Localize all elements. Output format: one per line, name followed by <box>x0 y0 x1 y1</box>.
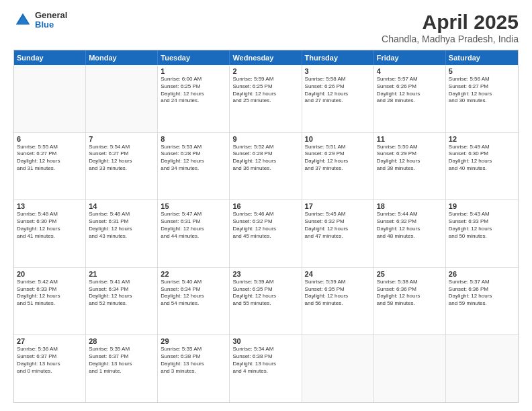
calendar-cell: 12Sunrise: 5:49 AM Sunset: 6:30 PM Dayli… <box>446 133 518 200</box>
calendar-cell: 8Sunrise: 5:53 AM Sunset: 6:28 PM Daylig… <box>158 133 230 200</box>
day-info: Sunrise: 6:00 AM Sunset: 6:25 PM Dayligh… <box>161 76 226 105</box>
calendar-cell: 3Sunrise: 5:58 AM Sunset: 6:26 PM Daylig… <box>302 65 374 132</box>
day-number: 16 <box>232 202 298 210</box>
calendar-cell: 19Sunrise: 5:43 AM Sunset: 6:33 PM Dayli… <box>446 200 518 267</box>
calendar-cell: 6Sunrise: 5:55 AM Sunset: 6:27 PM Daylig… <box>14 133 86 200</box>
calendar-row-3: 20Sunrise: 5:42 AM Sunset: 6:33 PM Dayli… <box>14 268 518 336</box>
day-info: Sunrise: 5:59 AM Sunset: 6:25 PM Dayligh… <box>232 76 298 105</box>
calendar-cell: 18Sunrise: 5:44 AM Sunset: 6:32 PM Dayli… <box>374 200 446 267</box>
calendar-cell: 10Sunrise: 5:51 AM Sunset: 6:29 PM Dayli… <box>302 133 374 200</box>
day-number: 4 <box>377 67 443 75</box>
day-info: Sunrise: 5:56 AM Sunset: 6:27 PM Dayligh… <box>449 76 515 105</box>
day-number: 2 <box>232 67 298 75</box>
day-number: 30 <box>232 337 298 345</box>
logo-line2: Blue <box>35 20 67 30</box>
day-info: Sunrise: 5:49 AM Sunset: 6:30 PM Dayligh… <box>449 144 515 173</box>
day-info: Sunrise: 5:39 AM Sunset: 6:35 PM Dayligh… <box>305 279 371 308</box>
calendar-header: SundayMondayTuesdayWednesdayThursdayFrid… <box>14 50 518 65</box>
day-info: Sunrise: 5:35 AM Sunset: 6:37 PM Dayligh… <box>89 346 154 375</box>
calendar-cell: 21Sunrise: 5:41 AM Sunset: 6:34 PM Dayli… <box>86 268 158 335</box>
header: General Blue April 2025 Chandla, Madhya … <box>13 11 519 44</box>
day-info: Sunrise: 5:35 AM Sunset: 6:38 PM Dayligh… <box>161 346 226 375</box>
day-number: 25 <box>377 270 443 278</box>
day-number: 26 <box>449 270 515 278</box>
day-number: 21 <box>89 270 154 278</box>
day-number: 12 <box>449 135 515 143</box>
day-info: Sunrise: 5:36 AM Sunset: 6:37 PM Dayligh… <box>17 346 83 375</box>
calendar-cell <box>446 335 518 402</box>
day-number: 28 <box>89 337 154 345</box>
calendar-cell: 15Sunrise: 5:47 AM Sunset: 6:31 PM Dayli… <box>158 200 230 267</box>
day-number: 1 <box>161 67 226 75</box>
calendar-cell: 30Sunrise: 5:34 AM Sunset: 6:38 PM Dayli… <box>230 335 302 402</box>
day-number: 13 <box>17 202 83 210</box>
day-info: Sunrise: 5:58 AM Sunset: 6:26 PM Dayligh… <box>305 76 371 105</box>
day-number: 19 <box>449 202 515 210</box>
day-number: 23 <box>232 270 298 278</box>
calendar-row-2: 13Sunrise: 5:48 AM Sunset: 6:30 PM Dayli… <box>14 200 518 268</box>
logo: General Blue <box>13 11 67 30</box>
day-info: Sunrise: 5:57 AM Sunset: 6:26 PM Dayligh… <box>377 76 443 105</box>
calendar-cell: 28Sunrise: 5:35 AM Sunset: 6:37 PM Dayli… <box>86 335 158 402</box>
day-number: 5 <box>449 67 515 75</box>
day-info: Sunrise: 5:38 AM Sunset: 6:36 PM Dayligh… <box>377 279 443 308</box>
day-info: Sunrise: 5:51 AM Sunset: 6:29 PM Dayligh… <box>305 144 371 173</box>
header-day-saturday: Saturday <box>446 50 518 65</box>
calendar-cell: 20Sunrise: 5:42 AM Sunset: 6:33 PM Dayli… <box>14 268 86 335</box>
header-day-tuesday: Tuesday <box>158 50 230 65</box>
day-info: Sunrise: 5:47 AM Sunset: 6:31 PM Dayligh… <box>161 211 226 240</box>
calendar-cell: 22Sunrise: 5:40 AM Sunset: 6:34 PM Dayli… <box>158 268 230 335</box>
calendar-cell <box>14 65 86 132</box>
day-number: 11 <box>377 135 443 143</box>
subtitle: Chandla, Madhya Pradesh, India <box>382 34 519 44</box>
calendar-body: 1Sunrise: 6:00 AM Sunset: 6:25 PM Daylig… <box>14 65 518 402</box>
day-number: 14 <box>89 202 154 210</box>
day-number: 8 <box>161 135 226 143</box>
header-day-monday: Monday <box>86 50 158 65</box>
calendar: SundayMondayTuesdayWednesdayThursdayFrid… <box>13 50 519 403</box>
calendar-cell <box>86 65 158 132</box>
calendar-cell: 14Sunrise: 5:48 AM Sunset: 6:31 PM Dayli… <box>86 200 158 267</box>
day-info: Sunrise: 5:34 AM Sunset: 6:38 PM Dayligh… <box>232 346 298 375</box>
main-title: April 2025 <box>382 11 519 34</box>
day-info: Sunrise: 5:43 AM Sunset: 6:33 PM Dayligh… <box>449 211 515 240</box>
day-info: Sunrise: 5:44 AM Sunset: 6:32 PM Dayligh… <box>377 211 443 240</box>
calendar-cell: 1Sunrise: 6:00 AM Sunset: 6:25 PM Daylig… <box>158 65 230 132</box>
day-number: 29 <box>161 337 226 345</box>
day-info: Sunrise: 5:55 AM Sunset: 6:27 PM Dayligh… <box>17 144 83 173</box>
calendar-cell <box>374 335 446 402</box>
logo-line1: General <box>35 11 67 20</box>
calendar-cell: 16Sunrise: 5:46 AM Sunset: 6:32 PM Dayli… <box>230 200 302 267</box>
calendar-cell: 27Sunrise: 5:36 AM Sunset: 6:37 PM Dayli… <box>14 335 86 402</box>
day-number: 7 <box>89 135 154 143</box>
day-number: 10 <box>305 135 371 143</box>
day-info: Sunrise: 5:46 AM Sunset: 6:32 PM Dayligh… <box>232 211 298 240</box>
day-info: Sunrise: 5:48 AM Sunset: 6:30 PM Dayligh… <box>17 211 83 240</box>
day-number: 18 <box>377 202 443 210</box>
day-number: 24 <box>305 270 371 278</box>
day-number: 27 <box>17 337 83 345</box>
day-info: Sunrise: 5:42 AM Sunset: 6:33 PM Dayligh… <box>17 279 83 308</box>
day-number: 6 <box>17 135 83 143</box>
day-info: Sunrise: 5:53 AM Sunset: 6:28 PM Dayligh… <box>161 144 226 173</box>
day-info: Sunrise: 5:48 AM Sunset: 6:31 PM Dayligh… <box>89 211 154 240</box>
page: General Blue April 2025 Chandla, Madhya … <box>0 0 532 411</box>
calendar-row-0: 1Sunrise: 6:00 AM Sunset: 6:25 PM Daylig… <box>14 65 518 133</box>
calendar-cell: 23Sunrise: 5:39 AM Sunset: 6:35 PM Dayli… <box>230 268 302 335</box>
header-day-wednesday: Wednesday <box>230 50 302 65</box>
day-info: Sunrise: 5:50 AM Sunset: 6:29 PM Dayligh… <box>377 144 443 173</box>
calendar-row-1: 6Sunrise: 5:55 AM Sunset: 6:27 PM Daylig… <box>14 133 518 201</box>
day-number: 3 <box>305 67 371 75</box>
calendar-cell: 26Sunrise: 5:37 AM Sunset: 6:36 PM Dayli… <box>446 268 518 335</box>
title-area: April 2025 Chandla, Madhya Pradesh, Indi… <box>382 11 519 44</box>
day-info: Sunrise: 5:54 AM Sunset: 6:27 PM Dayligh… <box>89 144 154 173</box>
header-day-sunday: Sunday <box>14 50 86 65</box>
calendar-cell: 17Sunrise: 5:45 AM Sunset: 6:32 PM Dayli… <box>302 200 374 267</box>
day-info: Sunrise: 5:40 AM Sunset: 6:34 PM Dayligh… <box>161 279 226 308</box>
calendar-row-4: 27Sunrise: 5:36 AM Sunset: 6:37 PM Dayli… <box>14 335 518 402</box>
header-day-thursday: Thursday <box>302 50 374 65</box>
day-number: 22 <box>161 270 226 278</box>
day-info: Sunrise: 5:52 AM Sunset: 6:28 PM Dayligh… <box>232 144 298 173</box>
calendar-cell: 13Sunrise: 5:48 AM Sunset: 6:30 PM Dayli… <box>14 200 86 267</box>
calendar-cell: 5Sunrise: 5:56 AM Sunset: 6:27 PM Daylig… <box>446 65 518 132</box>
